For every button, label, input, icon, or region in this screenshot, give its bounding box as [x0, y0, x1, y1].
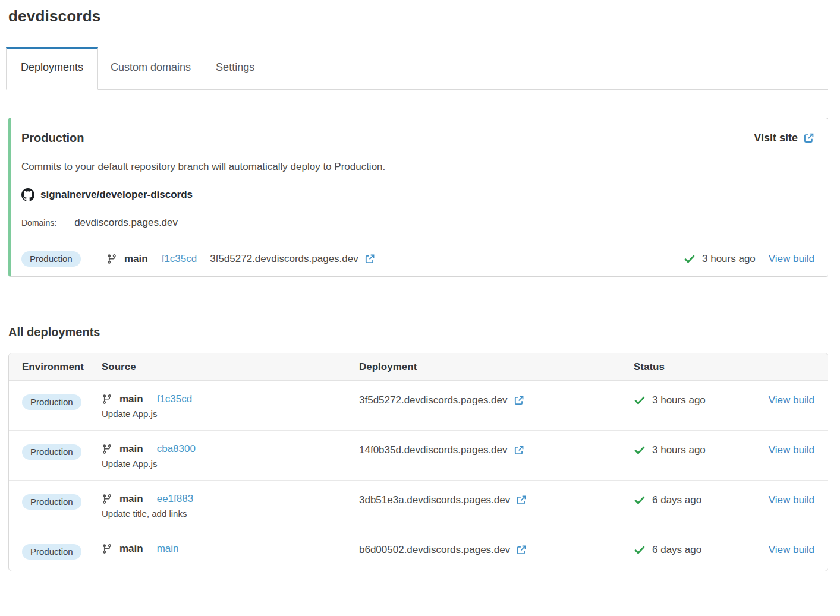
- column-header-status: Status: [634, 361, 814, 373]
- production-card-title: Production: [21, 131, 84, 145]
- view-build-link[interactable]: View build: [769, 544, 814, 556]
- commit-message: Update title, add links: [102, 508, 359, 519]
- commit-message: Update App.js: [102, 459, 359, 469]
- git-branch-icon: [102, 444, 112, 454]
- git-branch-icon: [102, 394, 112, 405]
- external-link-icon: [803, 132, 814, 144]
- external-link-icon[interactable]: [514, 445, 524, 456]
- deployment-url: 3f5d5272.devdiscords.pages.dev: [210, 253, 358, 265]
- production-deployment-row: Production main f1c35cd 3f5d5272.devdisc…: [11, 241, 828, 276]
- environment-badge: Production: [22, 394, 81, 410]
- commit-link[interactable]: ee1f883: [157, 493, 193, 505]
- environment-badge: Production: [22, 444, 81, 460]
- view-build-link[interactable]: View build: [769, 253, 814, 265]
- domains-label: Domains:: [21, 218, 56, 228]
- deployment-url: 14f0b35d.devdiscords.pages.dev: [359, 444, 508, 456]
- status-time: 3 hours ago: [702, 253, 756, 265]
- table-row: Production main cba8300 Update App.js 14…: [9, 431, 828, 481]
- branch-name: main: [119, 393, 143, 405]
- view-build-link[interactable]: View build: [769, 444, 814, 456]
- status-time: 6 days ago: [652, 494, 701, 506]
- status-time: 3 hours ago: [652, 394, 706, 406]
- table-row: Production main main b6d00502.devdiscord…: [9, 530, 828, 571]
- visit-site-label: Visit site: [754, 132, 798, 144]
- column-header-source: Source: [102, 361, 359, 373]
- branch-name: main: [119, 493, 143, 505]
- production-card: Production Visit site Commits to your de…: [8, 118, 828, 277]
- commit-link[interactable]: main: [157, 543, 179, 555]
- commit-link[interactable]: cba8300: [157, 443, 196, 455]
- check-icon: [634, 544, 646, 556]
- environment-badge: Production: [22, 544, 81, 560]
- table-row: Production main ee1f883 Update title, ad…: [9, 481, 828, 530]
- external-link-icon[interactable]: [514, 395, 524, 406]
- repo-link[interactable]: signalnerve/developer-discords: [21, 188, 814, 201]
- deployment-url: 3f5d5272.devdiscords.pages.dev: [359, 394, 508, 406]
- check-icon: [634, 494, 646, 506]
- external-link-icon[interactable]: [364, 254, 375, 264]
- external-link-icon[interactable]: [516, 495, 527, 506]
- status-time: 6 days ago: [652, 544, 701, 556]
- external-link-icon[interactable]: [516, 545, 527, 555]
- git-branch-icon: [102, 544, 112, 554]
- column-header-deployment: Deployment: [359, 361, 634, 373]
- deployments-table: Environment Source Deployment Status Pro…: [8, 353, 828, 571]
- check-icon: [634, 444, 646, 456]
- all-deployments-title: All deployments: [8, 326, 828, 339]
- table-header: Environment Source Deployment Status: [9, 353, 828, 381]
- check-icon: [684, 253, 696, 265]
- tab-deployments[interactable]: Deployments: [6, 47, 98, 90]
- git-branch-icon: [106, 254, 117, 264]
- page-title: devdiscords: [8, 7, 828, 26]
- git-branch-icon: [102, 494, 112, 504]
- branch-name: main: [124, 253, 148, 265]
- domains-row: Domains: devdiscords.pages.dev: [21, 217, 814, 229]
- table-row: Production main f1c35cd Update App.js 3f…: [9, 381, 828, 431]
- domains-value: devdiscords.pages.dev: [74, 217, 178, 229]
- column-header-environment: Environment: [22, 361, 102, 373]
- check-icon: [634, 394, 646, 406]
- repo-name: signalnerve/developer-discords: [40, 189, 193, 201]
- deployment-url: 3db51e3a.devdiscords.pages.dev: [359, 494, 510, 506]
- branch-name: main: [119, 543, 143, 555]
- production-description: Commits to your default repository branc…: [21, 161, 814, 173]
- tab-custom-domains[interactable]: Custom domains: [98, 47, 203, 89]
- github-icon: [21, 188, 34, 201]
- commit-message: Update App.js: [102, 409, 359, 419]
- commit-link[interactable]: f1c35cd: [162, 253, 197, 265]
- view-build-link[interactable]: View build: [769, 394, 814, 406]
- branch-name: main: [119, 443, 143, 455]
- view-build-link[interactable]: View build: [769, 494, 814, 506]
- visit-site-link[interactable]: Visit site: [754, 132, 814, 144]
- tab-bar: Deployments Custom domains Settings: [6, 47, 828, 90]
- environment-badge: Production: [22, 494, 81, 510]
- deployment-url: b6d00502.devdiscords.pages.dev: [359, 544, 510, 556]
- tab-settings[interactable]: Settings: [203, 47, 267, 89]
- commit-link[interactable]: f1c35cd: [157, 393, 193, 405]
- status-time: 3 hours ago: [652, 444, 706, 456]
- environment-badge: Production: [21, 251, 81, 267]
